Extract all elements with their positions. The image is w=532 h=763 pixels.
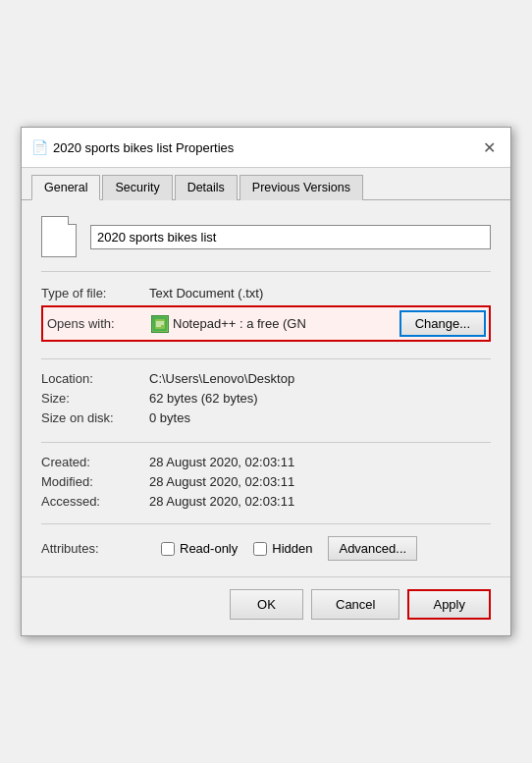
size-section: Location: C:\Users\Lenovo\Desktop Size: … [41,371,491,443]
size-row: Size: 62 bytes (62 bytes) [41,391,491,406]
attributes-options: Read-only Hidden Advanced... [161,536,417,561]
modified-value: 28 August 2020, 02:03:11 [149,474,294,489]
file-name-row [41,216,491,272]
size-value: 62 bytes (62 bytes) [149,391,258,406]
readonly-checkbox-label[interactable]: Read-only [161,541,238,556]
readonly-checkbox[interactable] [161,542,175,556]
change-button[interactable]: Change... [400,311,485,336]
modified-label: Modified: [41,474,149,489]
title-bar-left: 📄 2020 sports bikes list Properties [31,139,234,155]
dialog-title: 2020 sports bikes list Properties [53,140,234,155]
apply-button[interactable]: Apply [407,589,491,620]
file-icon [41,216,77,257]
modified-row: Modified: 28 August 2020, 02:03:11 [41,474,491,489]
opens-with-app: Notepad++ : a free (GN [151,315,397,333]
hidden-checkbox[interactable] [253,542,267,556]
cancel-button[interactable]: Cancel [311,589,399,620]
accessed-row: Accessed: 28 August 2020, 02:03:11 [41,494,491,509]
accessed-value: 28 August 2020, 02:03:11 [149,494,294,509]
tab-details[interactable]: Details [175,175,238,200]
title-bar: 📄 2020 sports bikes list Properties ✕ [22,128,510,168]
created-label: Created: [41,455,149,469]
created-row: Created: 28 August 2020, 02:03:11 [41,455,491,469]
location-value: C:\Users\Lenovo\Desktop [149,371,294,386]
file-title-icon: 📄 [31,139,47,155]
tab-previous-versions[interactable]: Previous Versions [239,175,363,200]
hidden-label: Hidden [272,541,312,556]
readonly-label: Read-only [180,541,238,556]
location-row: Location: C:\Users\Lenovo\Desktop [41,371,491,386]
attributes-row: Attributes: Read-only Hidden Advanced... [41,536,491,561]
type-value: Text Document (.txt) [149,286,263,300]
type-row: Type of file: Text Document (.txt) [41,286,491,300]
file-name-input[interactable] [90,225,491,249]
bottom-buttons: OK Cancel Apply [22,576,510,635]
tab-content: Type of file: Text Document (.txt) Opens… [22,200,510,576]
hidden-checkbox-label[interactable]: Hidden [253,541,312,556]
size-on-disk-row: Size on disk: 0 bytes [41,410,491,425]
file-type-section: Type of file: Text Document (.txt) Opens… [41,286,491,359]
accessed-label: Accessed: [41,494,149,509]
advanced-button[interactable]: Advanced... [328,536,417,561]
type-label: Type of file: [41,286,149,300]
opens-with-row: Opens with: Notepad++ : a free (GN Chang… [41,305,491,342]
notepadpp-icon [151,315,169,333]
location-label: Location: [41,371,149,386]
size-on-disk-value: 0 bytes [149,410,190,425]
created-value: 28 August 2020, 02:03:11 [149,455,294,469]
properties-dialog: 📄 2020 sports bikes list Properties ✕ Ge… [21,127,511,636]
app-name-text: Notepad++ : a free (GN [173,316,306,331]
tab-general[interactable]: General [31,175,100,200]
close-button[interactable]: ✕ [477,136,501,159]
ok-button[interactable]: OK [230,589,303,620]
tab-bar: General Security Details Previous Versio… [22,168,510,200]
dates-section: Created: 28 August 2020, 02:03:11 Modifi… [41,455,491,524]
attributes-label: Attributes: [41,541,149,556]
tab-security[interactable]: Security [102,175,172,200]
opens-with-label: Opens with: [43,316,151,331]
size-label: Size: [41,391,149,406]
size-on-disk-label: Size on disk: [41,410,149,425]
